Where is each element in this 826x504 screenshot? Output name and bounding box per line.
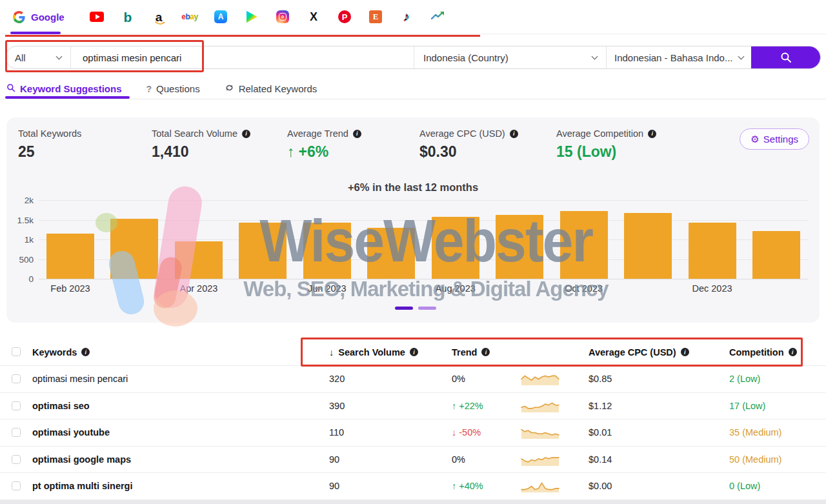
platform-tab-pinterest[interactable]: P <box>329 4 360 30</box>
column-header-trend[interactable]: Trendi <box>452 338 490 366</box>
platform-tab-tiktok[interactable]: ♪ <box>391 4 422 30</box>
stat-label: Average CPC (USD) <box>419 128 505 139</box>
platform-tab-etsy[interactable]: E <box>360 4 391 30</box>
chart-bar-mar-2023 <box>110 219 158 279</box>
info-icon[interactable]: i <box>410 348 418 356</box>
amazon-icon: a <box>156 11 163 23</box>
platform-label: Google <box>31 12 65 23</box>
chart-bar-sep-2023 <box>496 215 543 279</box>
search-input[interactable] <box>74 52 411 63</box>
trend-cell: ↑ +40% <box>452 481 483 491</box>
row-checkbox[interactable] <box>12 374 21 383</box>
column-header-keywords[interactable]: Keywordsi <box>32 338 90 366</box>
row-checkbox[interactable] <box>12 428 21 437</box>
platform-tab-google[interactable]: Google <box>9 4 81 30</box>
gridline <box>39 279 808 279</box>
chart-pagination <box>395 307 436 310</box>
cpc-cell: $0.01 <box>589 427 612 438</box>
bottom-strip <box>0 500 826 504</box>
tab-questions[interactable]: ?Questions <box>146 83 200 94</box>
sort-desc-icon: ↓ <box>329 347 334 358</box>
stat-value: $0.30 <box>419 143 556 161</box>
table-row: optimasi seo390↑ +22%$1.1217 (Low) <box>0 393 826 420</box>
google-logo-icon <box>13 11 25 23</box>
table-row: optimasi mesin pencari3200%$0.852 (Low) <box>0 366 826 393</box>
row-checkbox[interactable] <box>12 401 21 410</box>
search-button[interactable] <box>751 46 820 68</box>
search-volume-cell: 90 <box>329 481 339 491</box>
chart-page-dot-2[interactable] <box>418 307 436 310</box>
chart-bar-feb-2023 <box>46 234 94 279</box>
y-tick-label: 2k <box>25 196 34 205</box>
info-icon[interactable]: i <box>681 348 689 356</box>
search-bar: All Indonesia (Country) Indonesian - Bah… <box>5 46 821 69</box>
related-icon <box>225 83 234 94</box>
x-tick-label <box>110 283 158 294</box>
keyword-cell[interactable]: optimasi youtube <box>32 427 110 438</box>
stat-total-search-volume: Total Search Volumei1,410 <box>152 128 287 161</box>
platform-tab-appstore[interactable]: A <box>205 4 236 30</box>
stat-total-keywords: Total Keywords25 <box>18 128 152 161</box>
keyword-cell[interactable]: optimasi mesin pencari <box>32 374 128 384</box>
stat-average-trend: Average Trendi↑+6% <box>287 128 419 161</box>
chart-bar-aug-2023 <box>432 217 479 279</box>
keyword-cell[interactable]: optimasi google maps <box>32 454 131 465</box>
cpc-cell: $1.12 <box>589 401 612 411</box>
keyword-cell[interactable]: pt optima multi sinergi <box>32 481 132 491</box>
sparkline-cell <box>520 398 560 414</box>
settings-button[interactable]: ⚙Settings <box>740 128 809 150</box>
tab-related-keywords[interactable]: Related Keywords <box>225 83 317 94</box>
question-icon: ? <box>146 83 152 94</box>
stat-average-competition: Average Competitioni15 (Low) <box>556 128 711 161</box>
scope-value: All <box>15 52 26 63</box>
competition-cell: 50 (Medium) <box>729 454 781 465</box>
info-icon[interactable]: i <box>510 130 518 138</box>
competition-cell: 0 (Low) <box>729 481 760 491</box>
info-icon[interactable]: i <box>81 348 90 356</box>
search-icon <box>6 83 15 94</box>
platform-tab-bing[interactable]: b <box>112 4 143 30</box>
sparkline-cell <box>520 371 560 387</box>
platform-tab-instagram[interactable] <box>267 4 298 30</box>
info-icon[interactable]: i <box>353 130 361 138</box>
sparkline-chart <box>520 398 560 414</box>
stat-value: ↑+6% <box>287 143 419 161</box>
sparkline-cell <box>520 478 560 494</box>
chart-bar-nov-2023 <box>624 213 672 279</box>
platform-tab-youtube[interactable] <box>81 4 112 30</box>
search-volume-cell: 390 <box>329 401 345 411</box>
country-dropdown[interactable]: Indonesia (Country) <box>414 46 606 68</box>
info-icon[interactable]: i <box>648 130 656 138</box>
platform-tab-amazon[interactable]: a <box>143 4 174 30</box>
keyword-cell[interactable]: optimasi seo <box>32 401 90 411</box>
tab-keyword-suggestions[interactable]: Keyword Suggestions <box>6 83 122 94</box>
stat-value: 15 (Low) <box>556 143 711 161</box>
stat-value: 25 <box>18 143 152 161</box>
column-header-competition[interactable]: Competitioni <box>729 338 797 366</box>
column-header-average-cpc-usd-[interactable]: Average CPC (USD)i <box>589 338 689 366</box>
chevron-down-icon <box>738 54 745 60</box>
chart-page-dot-1[interactable] <box>395 307 413 310</box>
language-dropdown[interactable]: Indonesian - Bahasa Indo... <box>606 46 751 68</box>
row-checkbox[interactable] <box>12 455 21 464</box>
chart-bar-jul-2023 <box>367 228 415 279</box>
cpc-cell: $0.00 <box>589 481 612 491</box>
info-icon[interactable]: i <box>789 348 797 356</box>
info-icon[interactable]: i <box>481 348 490 356</box>
cpc-cell: $0.14 <box>589 454 612 465</box>
youtube-icon <box>90 12 104 22</box>
scope-dropdown[interactable]: All <box>6 46 71 68</box>
x-tick-label: Aug 2023 <box>432 283 479 294</box>
bing-icon: b <box>124 10 132 24</box>
platform-tab-trends[interactable] <box>422 4 453 30</box>
stat-label: Average Competition <box>556 128 643 139</box>
platform-tab-x[interactable]: X <box>298 4 329 30</box>
x-tick-label: Feb 2023 <box>46 283 94 294</box>
info-icon[interactable]: i <box>242 130 250 138</box>
select-all-checkbox[interactable] <box>12 347 21 356</box>
column-header-search-volume[interactable]: ↓Search Volumei <box>329 338 418 366</box>
country-value: Indonesia (Country) <box>423 52 509 63</box>
platform-tab-googleplay[interactable] <box>236 4 267 30</box>
platform-tab-ebay[interactable]: ebay <box>174 4 205 30</box>
row-checkbox[interactable] <box>12 481 21 490</box>
